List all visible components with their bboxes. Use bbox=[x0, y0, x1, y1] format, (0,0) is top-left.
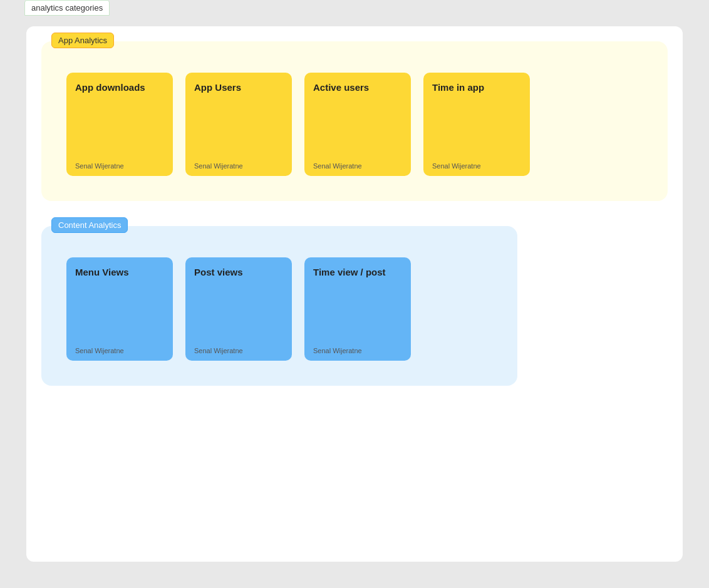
card-active-users-author: Senal Wijeratne bbox=[313, 162, 402, 170]
card-time-in-app-author: Senal Wijeratne bbox=[432, 162, 521, 170]
card-app-users[interactable]: App Users Senal Wijeratne bbox=[185, 73, 292, 176]
card-time-in-app[interactable]: Time in app Senal Wijeratne bbox=[423, 73, 530, 176]
card-app-users-title: App Users bbox=[194, 81, 283, 94]
main-container: App Analytics App downloads Senal Wijera… bbox=[26, 26, 683, 562]
app-analytics-section: App Analytics App downloads Senal Wijera… bbox=[41, 41, 668, 201]
content-analytics-cards-row: Menu Views Senal Wijeratne Post views Se… bbox=[66, 257, 492, 361]
app-analytics-cards-row: App downloads Senal Wijeratne App Users … bbox=[66, 73, 643, 176]
card-app-users-author: Senal Wijeratne bbox=[194, 162, 283, 170]
content-analytics-section: Content Analytics Menu Views Senal Wijer… bbox=[41, 226, 517, 386]
card-app-downloads-title: App downloads bbox=[75, 81, 164, 94]
card-active-users-title: Active users bbox=[313, 81, 402, 94]
card-time-view-post[interactable]: Time view / post Senal Wijeratne bbox=[304, 257, 411, 361]
card-post-views-author: Senal Wijeratne bbox=[194, 347, 283, 354]
card-app-downloads-author: Senal Wijeratne bbox=[75, 162, 164, 170]
card-active-users[interactable]: Active users Senal Wijeratne bbox=[304, 73, 411, 176]
card-time-in-app-title: Time in app bbox=[432, 81, 521, 94]
app-analytics-label: App Analytics bbox=[51, 33, 114, 48]
card-post-views[interactable]: Post views Senal Wijeratne bbox=[185, 257, 292, 361]
card-time-view-post-author: Senal Wijeratne bbox=[313, 347, 402, 354]
card-menu-views[interactable]: Menu Views Senal Wijeratne bbox=[66, 257, 173, 361]
card-app-downloads[interactable]: App downloads Senal Wijeratne bbox=[66, 73, 173, 176]
card-menu-views-author: Senal Wijeratne bbox=[75, 347, 164, 354]
card-time-view-post-title: Time view / post bbox=[313, 266, 402, 279]
tab-analytics-categories[interactable]: analytics categories bbox=[24, 0, 110, 16]
card-post-views-title: Post views bbox=[194, 266, 283, 279]
content-analytics-label: Content Analytics bbox=[51, 217, 128, 233]
tab-label: analytics categories bbox=[31, 3, 103, 13]
card-menu-views-title: Menu Views bbox=[75, 266, 164, 279]
